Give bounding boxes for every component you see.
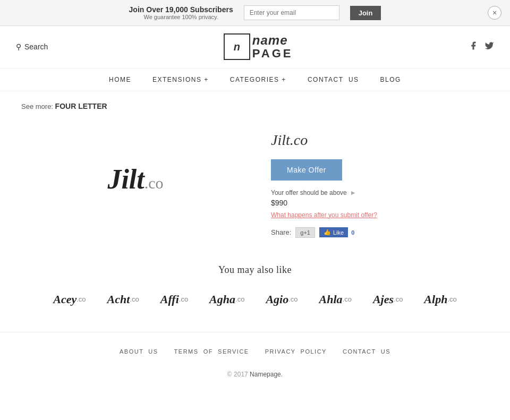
- card-ext: .co: [76, 295, 86, 303]
- list-item[interactable]: Ajes.co: [368, 288, 408, 311]
- logo-text: name PAGE: [252, 33, 293, 61]
- banner-subtitle: We guarantee 100% privacy.: [129, 14, 233, 20]
- nav-item-contact[interactable]: CONTACT US: [308, 76, 359, 83]
- header: ⚲ Search n name PAGE: [0, 26, 510, 68]
- breadcrumb: See more: FOUR LETTER: [0, 91, 510, 116]
- logo-name: name: [252, 33, 293, 47]
- nav-item-extensions[interactable]: EXTENSIONS +: [152, 76, 209, 83]
- card-ext: .co: [179, 295, 188, 303]
- search-icon: ⚲: [16, 42, 21, 51]
- list-item[interactable]: Ahla.co: [314, 288, 357, 311]
- domain-info: Jilt.co Make Offer Your offer should be …: [271, 126, 478, 238]
- footer-site-name[interactable]: Namepage.: [250, 371, 283, 378]
- card-name: Ahla: [319, 293, 343, 306]
- fb-label: Like: [333, 229, 344, 236]
- also-like-section: You may also like Acey.co Acht.co Affi.c…: [0, 259, 510, 327]
- search-area[interactable]: ⚲ Search: [16, 42, 48, 51]
- nav-item-blog[interactable]: BLOG: [380, 76, 401, 83]
- banner-text: Join Over 19,000 Subscribers We guarante…: [129, 5, 233, 20]
- list-item[interactable]: Alph.co: [419, 288, 462, 311]
- card-name: Acey: [53, 293, 76, 306]
- card-name: Alph: [424, 293, 447, 306]
- banner-title: Join Over 19,000 Subscribers: [129, 5, 233, 14]
- domain-name-logo: Jilt: [107, 164, 144, 194]
- offer-price: $990: [271, 199, 478, 207]
- share-label: Share:: [271, 228, 291, 236]
- close-button[interactable]: ×: [488, 6, 502, 20]
- make-offer-button[interactable]: Make Offer: [271, 159, 342, 181]
- nav-item-home[interactable]: HOME: [109, 76, 131, 83]
- social-icons: [469, 41, 494, 53]
- footer-nav: ABOUT US TERMS OF SERVICE PRIVACY POLICY…: [0, 338, 510, 365]
- footer-divider: [0, 332, 510, 332]
- card-ext: .co: [130, 295, 139, 303]
- also-like-grid: Acey.co Acht.co Affi.co Agha.co Agio.co …: [21, 288, 489, 311]
- logo-icon: n: [224, 33, 250, 60]
- logo-page: PAGE: [252, 47, 293, 60]
- twitter-icon[interactable]: [484, 41, 494, 53]
- fb-thumb-icon: 👍: [324, 229, 331, 236]
- copyright-year: © 2017: [227, 371, 248, 378]
- card-name: Affi: [160, 293, 179, 306]
- card-ext: .co: [343, 295, 352, 303]
- footer-copyright: © 2017 Namepage.: [0, 365, 510, 394]
- domain-logo-area: Jilt.co: [32, 126, 239, 233]
- fb-like-wrapper: 👍 Like 0: [319, 227, 358, 237]
- breadcrumb-label: See more:: [21, 102, 53, 110]
- domain-ext-logo: .co: [144, 174, 164, 192]
- card-name: Acht: [107, 293, 130, 306]
- breadcrumb-link[interactable]: FOUR LETTER: [55, 102, 107, 110]
- logo[interactable]: n name PAGE: [224, 33, 293, 61]
- top-banner: Join Over 19,000 Subscribers We guarante…: [0, 0, 510, 26]
- offer-info-label: Your offer should be above: [271, 189, 347, 196]
- what-happens-link[interactable]: What happens after you submit offer?: [271, 211, 478, 219]
- share-area: Share: g+1 👍 Like 0: [271, 227, 478, 238]
- fb-count: 0: [348, 228, 358, 237]
- list-item[interactable]: Acey.co: [48, 288, 91, 311]
- offer-info-text: Your offer should be above ►: [271, 189, 478, 196]
- footer-terms[interactable]: TERMS OF SERVICE: [174, 348, 249, 355]
- list-item[interactable]: Agio.co: [260, 288, 303, 311]
- card-ext: .co: [394, 295, 403, 303]
- list-item[interactable]: Affi.co: [155, 288, 193, 311]
- card-ext: .co: [447, 295, 456, 303]
- card-ext: .co: [288, 295, 298, 303]
- domain-logo-display: Jilt.co: [107, 164, 163, 195]
- search-label: Search: [24, 42, 48, 51]
- card-name: Agio: [266, 293, 288, 306]
- main-content: Jilt.co Jilt.co Make Offer Your offer sh…: [0, 116, 510, 259]
- list-item[interactable]: Agha.co: [204, 288, 250, 311]
- footer-contact[interactable]: CONTACT US: [343, 348, 390, 355]
- list-item[interactable]: Acht.co: [102, 288, 144, 311]
- card-name: Agha: [209, 293, 235, 306]
- email-input[interactable]: [244, 5, 339, 20]
- gplus-label: g+1: [300, 229, 310, 236]
- card-ext: .co: [235, 295, 244, 303]
- domain-title: Jilt.co: [271, 132, 478, 149]
- main-nav: HOME EXTENSIONS + CATEGORIES + CONTACT U…: [0, 68, 510, 91]
- facebook-like-button[interactable]: 👍 Like: [319, 227, 348, 237]
- card-name: Ajes: [373, 293, 394, 306]
- footer-privacy[interactable]: PRIVACY POLICY: [265, 348, 327, 355]
- footer-about[interactable]: ABOUT US: [120, 348, 158, 355]
- offer-arrow-icon: ►: [350, 189, 356, 196]
- also-like-title: You may also like: [21, 264, 489, 276]
- google-plus-button[interactable]: g+1: [295, 227, 315, 238]
- join-button[interactable]: Join: [350, 6, 381, 20]
- nav-item-categories[interactable]: CATEGORIES +: [230, 76, 286, 83]
- facebook-icon[interactable]: [469, 41, 478, 53]
